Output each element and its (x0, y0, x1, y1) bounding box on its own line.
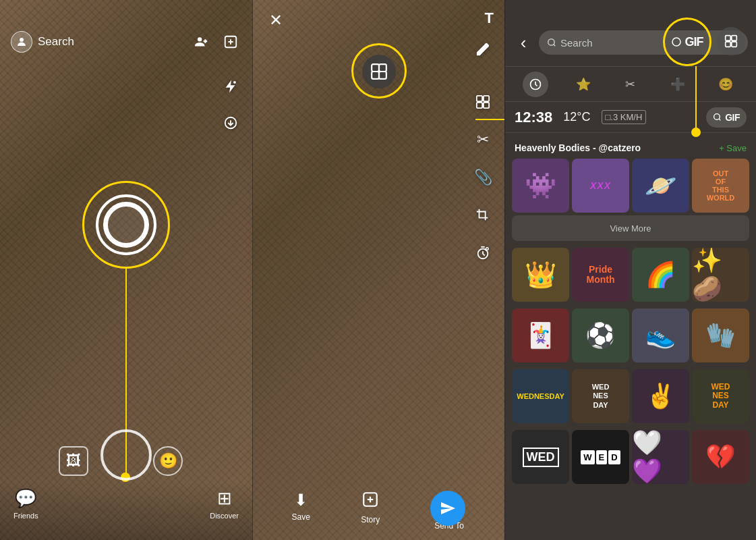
svg-rect-24 (726, 42, 731, 47)
gif-connector-dot (691, 128, 701, 137)
sticker-glove[interactable]: 🧤 (692, 308, 749, 362)
capture-button[interactable] (100, 429, 152, 481)
tab-starred[interactable]: ⭐ (571, 72, 596, 97)
send-button[interactable] (430, 491, 465, 526)
sticker-button-highlighted[interactable] (362, 55, 396, 88)
svg-rect-14 (477, 103, 482, 108)
scissors-tool[interactable]: ✂ (471, 128, 495, 152)
arrow-line-horizontal (475, 119, 504, 120)
spacer (482, 75, 484, 76)
sticker-rainbow-hand[interactable]: 🌈 (632, 248, 689, 302)
tab-emoji[interactable]: 😊 (713, 72, 738, 97)
gif-search-inline[interactable]: GIF (706, 107, 747, 128)
flash-icon[interactable] (219, 74, 243, 99)
expand-icon[interactable] (219, 111, 243, 135)
sticker-wednesday-3[interactable]: WEDNESDAY (692, 369, 749, 423)
sticker-pride-month[interactable]: PrideMonth (572, 248, 629, 302)
save-icon: ⬇ (294, 491, 308, 510)
gif-label: GIF (685, 35, 703, 49)
sticker-section-wednesday: WEDNESDAY WEDNESDAY ✌️ WEDNESDAY (512, 369, 749, 423)
temp-sticker[interactable]: 12°C (563, 110, 590, 124)
back-button[interactable]: ‹ (513, 32, 533, 53)
gallery-button[interactable]: 🖼 (59, 446, 88, 476)
sticker-wednesday-2[interactable]: WEDNESDAY (572, 369, 629, 423)
sticker-row-sports: 🃏 ⚽ 👟 🧤 (512, 308, 749, 362)
sticker-search-placeholder: Search (560, 37, 593, 49)
sticker-icon-tool[interactable] (471, 90, 495, 114)
crop-tool[interactable] (471, 203, 495, 227)
story-button[interactable]: Story (361, 491, 380, 524)
nav-friends[interactable]: 💬 Friends (13, 488, 38, 520)
tab-recent[interactable] (523, 72, 548, 97)
text-tool[interactable]: T (485, 9, 494, 27)
emoji-filter-button[interactable]: 🙂 (153, 446, 183, 476)
camera-bottom-nav: 💬 Friends ⊞ Discover (0, 483, 252, 540)
gif-inline-label: GIF (725, 112, 740, 123)
camera-search-label[interactable]: Search (38, 35, 74, 49)
sticker-crown[interactable]: 👑 (512, 248, 569, 302)
sticker-panel-header: ‹ Search GIF (505, 0, 756, 67)
svg-point-17 (486, 248, 489, 250)
tab-scissors[interactable]: ✂ (618, 72, 643, 97)
sticker-row: 👾 XXX 🪐 OUTOFTHISWORLD (512, 159, 749, 213)
sticker-grid-button[interactable] (717, 27, 745, 55)
save-section-button[interactable]: + Save (719, 143, 747, 153)
avatar[interactable] (11, 31, 32, 53)
svg-rect-12 (477, 96, 482, 101)
sticker-wednesday-1[interactable]: WEDNESDAY (512, 369, 569, 423)
gif-connector-line (695, 66, 697, 131)
close-button[interactable]: ✕ (264, 8, 288, 32)
sticker-potato[interactable]: ✨🥔 (692, 248, 749, 302)
sticker-section-heavenly-bodies: Heavenly Bodies - @catzero + Save 👾 XXX … (512, 140, 749, 241)
camera-inner-ring (103, 202, 149, 248)
svg-rect-22 (726, 36, 731, 41)
friends-label: Friends (13, 512, 38, 520)
tab-add[interactable]: ➕ (665, 72, 691, 97)
editor-header: ✕ (253, 0, 504, 40)
svg-point-21 (672, 38, 680, 46)
gif-tab-button[interactable]: GIF (668, 27, 706, 57)
editor-panel: ✕ T ✂ 📎 (252, 0, 504, 540)
view-more-button[interactable]: View More (512, 215, 749, 241)
time-sticker[interactable]: 12:38 (515, 109, 552, 126)
sticker-shoe[interactable]: 👟 (632, 308, 689, 362)
header-left: Search (11, 31, 74, 53)
timer-tool[interactable] (471, 241, 495, 265)
svg-rect-9 (379, 64, 386, 72)
paperclip-tool[interactable]: 📎 (471, 165, 495, 190)
story-icon (361, 491, 379, 512)
sticker-section-misc: WED W E D 🤍💜 💔 (512, 430, 749, 484)
save-button[interactable]: ⬇ Save (292, 491, 310, 522)
sticker-wed-blocks[interactable]: W E D (572, 430, 629, 484)
sticker-hearts[interactable]: 🤍💜 (632, 430, 689, 484)
sticker-broken-heart[interactable]: 💔 (692, 430, 749, 484)
sticker-peace-sign[interactable]: ✌️ (632, 369, 689, 423)
sticker-section-pride: 👑 PrideMonth 🌈 ✨🥔 (512, 248, 749, 302)
sticker-monster[interactable]: 👾 (512, 159, 569, 213)
sticker-panel: ‹ Search GIF (504, 0, 756, 540)
camera-header: Search (0, 0, 252, 65)
add-friend-button[interactable] (190, 31, 212, 53)
svg-point-20 (548, 39, 554, 45)
sticker-planet[interactable]: 🪐 (632, 159, 689, 213)
sticker-content-area: Heavenly Bodies - @catzero + Save 👾 XXX … (505, 133, 756, 538)
sticker-red-card[interactable]: 🃏 (512, 308, 569, 362)
sticker-alien[interactable]: XXX (572, 159, 629, 213)
section-title: Heavenly Bodies - @catzero (515, 142, 641, 153)
sticker-soccer[interactable]: ⚽ (572, 308, 629, 362)
time-weather-bar: 12:38 12°C □.3 KM/H GIF (505, 102, 756, 133)
sticker-wed-box[interactable]: WED (512, 430, 569, 484)
discover-label: Discover (210, 512, 239, 520)
speed-sticker[interactable]: □.3 KM/H (602, 110, 647, 124)
pencil-tool[interactable] (471, 37, 495, 61)
svg-rect-13 (484, 96, 489, 101)
editor-bottom-bar: ⬇ Save Story (253, 483, 504, 540)
sticker-out-of-this-world[interactable]: OUTOFTHISWORLD (692, 159, 749, 213)
svg-rect-15 (484, 103, 489, 108)
nav-discover[interactable]: ⊞ Discover (210, 488, 239, 520)
svg-rect-23 (732, 36, 737, 41)
svg-rect-8 (372, 64, 379, 72)
svg-rect-25 (732, 42, 737, 47)
stories-button[interactable] (220, 31, 241, 53)
svg-rect-10 (372, 72, 379, 79)
